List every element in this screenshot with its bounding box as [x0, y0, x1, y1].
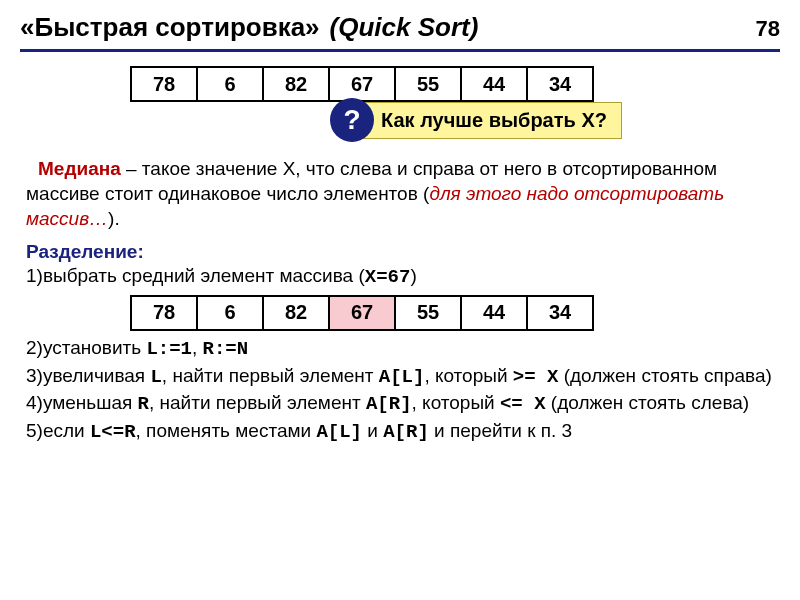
median-label: Медиана: [38, 158, 121, 179]
m: A[R]: [366, 393, 412, 415]
question-icon: ?: [330, 98, 374, 142]
t: , поменять местами: [136, 420, 317, 441]
cell: 82: [263, 67, 329, 101]
cell: 78: [131, 67, 197, 101]
m: L: [150, 366, 161, 388]
title-ru: «Быстрая сортировка»: [20, 12, 320, 43]
step-2: 2)установить L:=1, R:=N: [26, 335, 774, 363]
step1-suffix: ): [410, 265, 416, 286]
m: R:=N: [203, 338, 249, 360]
step1-prefix: 1)выбрать средний элемент массива (: [26, 265, 365, 286]
step-3: 3)увеличивая L, найти первый элемент A[L…: [26, 363, 774, 391]
cell: 34: [527, 67, 593, 101]
t: и перейти к п. 3: [429, 420, 572, 441]
page-number: 78: [756, 16, 780, 42]
cell: 6: [197, 67, 263, 101]
m: <= X: [500, 393, 546, 415]
cell: 6: [197, 296, 263, 330]
t: 2)установить: [26, 337, 146, 358]
m: L<=R: [90, 421, 136, 443]
title-en: (Quick Sort): [330, 12, 479, 43]
t: ,: [192, 337, 203, 358]
t: 4)уменьшая: [26, 392, 138, 413]
t: (должен стоять справа): [558, 365, 771, 386]
cell: 55: [395, 67, 461, 101]
m: >= X: [513, 366, 559, 388]
t: , найти первый элемент: [162, 365, 379, 386]
m: L:=1: [146, 338, 192, 360]
t: , который: [412, 392, 500, 413]
step-4: 4)уменьшая R, найти первый элемент A[R],…: [26, 390, 774, 418]
t: , найти первый элемент: [149, 392, 366, 413]
array-2: 78 6 82 67 55 44 34: [130, 295, 594, 331]
cell: 44: [461, 67, 527, 101]
t: , который: [424, 365, 512, 386]
cell: 44: [461, 296, 527, 330]
cell: 82: [263, 296, 329, 330]
step-5: 5)если L<=R, поменять местами A[L] и A[R…: [26, 418, 774, 446]
t: 5)если: [26, 420, 90, 441]
m: R: [138, 393, 149, 415]
t: (должен стоять слева): [546, 392, 750, 413]
cell: 67: [329, 67, 395, 101]
title: «Быстрая сортировка» (Quick Sort): [20, 12, 478, 43]
m: A[L]: [316, 421, 362, 443]
cell: 55: [395, 296, 461, 330]
t: 3)увеличивая: [26, 365, 150, 386]
median-paragraph: Медиана – такое значение X, что слева и …: [26, 156, 774, 231]
median-body-3: ).: [108, 208, 120, 229]
t: и: [362, 420, 383, 441]
m: A[L]: [379, 366, 425, 388]
cell-highlight: 67: [329, 296, 395, 330]
step-1: 1)выбрать средний элемент массива (X=67): [26, 263, 774, 291]
question-text: Как лучше выбрать X?: [356, 102, 622, 139]
step1-mono: X=67: [365, 266, 411, 288]
division-label: Разделение:: [26, 241, 780, 263]
slide-header: «Быстрая сортировка» (Quick Sort) 78: [20, 12, 780, 52]
cell: 34: [527, 296, 593, 330]
m: A[R]: [383, 421, 429, 443]
cell: 78: [131, 296, 197, 330]
question-callout: ? Как лучше выбрать X?: [330, 98, 780, 142]
array-1: 78 6 82 67 55 44 34: [130, 66, 594, 102]
